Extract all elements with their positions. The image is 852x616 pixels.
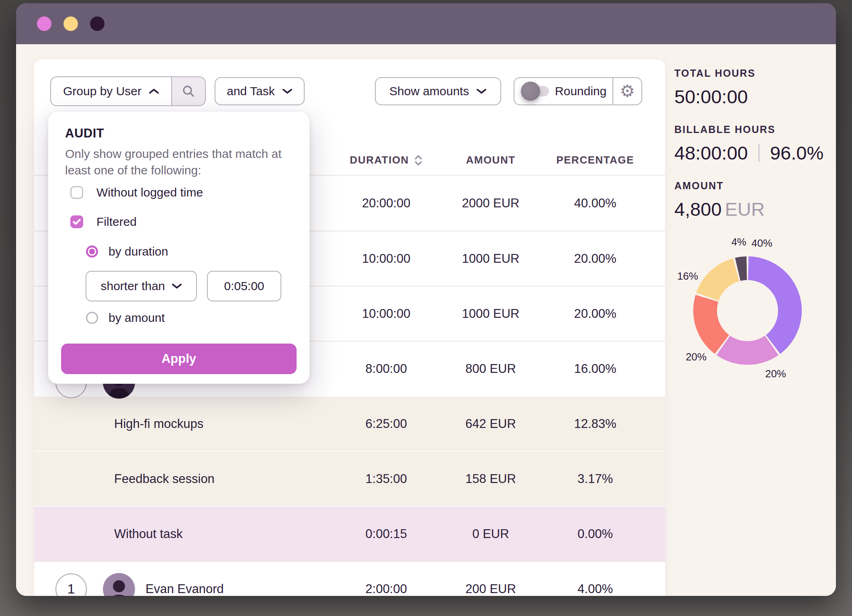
slice-16[interactable] [696,258,739,301]
row-name-cell: 1 Evan Evanord [34,562,334,596]
option-without-logged-time[interactable]: Without logged time [48,186,309,199]
chevron-down-icon [172,283,182,289]
cell-percentage: 0.00% [543,527,647,541]
row-name-cell: Feedback session [34,452,334,506]
slice-label: 4% [731,236,747,248]
cell-amount: 200 EUR [438,582,543,596]
amount-label: AMOUNT [674,180,823,192]
group-by-label: Group by User [63,84,141,98]
cell-percentage: 4.00% [543,582,647,596]
search-button[interactable] [171,77,205,105]
option-filtered[interactable]: Filtered [48,215,309,229]
cell-duration: 10:00:00 [334,307,438,321]
rounding-control: Rounding ⚙ [514,77,642,105]
traffic-light-pink[interactable] [37,16,51,31]
group-by-dropdown[interactable]: Group by User [51,77,171,105]
cell-amount: 1000 EUR [438,307,543,321]
cell-amount: 158 EUR [438,472,543,486]
group-by-control: Group by User [50,76,206,106]
rounding-toggle[interactable] [523,86,549,96]
checkbox-checked[interactable] [70,215,83,228]
table-row[interactable]: High-fi mockups 6:25:00 642 EUR 12.83% [34,396,665,451]
slice-40[interactable] [748,256,802,354]
cell-duration: 20:00:00 [334,196,438,211]
donut-chart: 40%20%20%16%4% [667,228,828,389]
chevron-down-icon [476,88,487,94]
billable-hours-block: BILLABLE HOURS 48:00:00 96.0% [674,124,823,164]
radio-selected[interactable] [86,246,98,258]
traffic-light-yellow[interactable] [63,16,78,31]
app-window: Group by User and Task Show amounts [16,3,836,596]
window-body: Group by User and Task Show amounts [16,44,836,596]
duration-threshold-input[interactable] [207,271,281,301]
avatar [103,573,135,596]
and-task-dropdown[interactable]: and Task [215,77,305,105]
row-name-cell: Without task [34,507,334,561]
column-header-percentage[interactable]: PERCENTAGE [543,154,647,166]
column-header-amount[interactable]: AMOUNT [438,154,543,166]
audit-popover: AUDIT Only show grouped entries that mat… [48,112,309,384]
cell-amount: 800 EUR [438,362,543,376]
billable-hours-label: BILLABLE HOURS [674,124,823,135]
table-row[interactable]: 1 Evan Evanord 2:00:00 200 EUR 4.00% [34,561,665,596]
cell-percentage: 40.00% [543,196,647,211]
billable-percent-value: 96.0% [770,142,823,164]
comparator-value: shorter than [100,279,165,293]
option-label: by amount [109,311,165,325]
option-label: Filtered [96,215,137,229]
comparator-select[interactable]: shorter than [86,271,197,301]
cell-amount: 0 EUR [438,527,543,541]
option-by-duration[interactable]: by duration [48,245,309,258]
total-hours-label: TOTAL HOURS [674,68,823,79]
cell-amount: 642 EUR [438,417,543,431]
cell-duration: 6:25:00 [334,417,438,431]
slice-label: 40% [752,237,772,249]
rounding-settings-button[interactable]: ⚙ [612,78,641,104]
row-name: Without task [114,527,183,541]
option-label: Without logged time [96,186,203,199]
window-titlebar [16,3,836,44]
audit-title: AUDIT [65,126,104,141]
table-row[interactable]: Feedback session 1:35:00 158 EUR 3.17% [34,451,665,506]
slice-label: 16% [677,270,698,282]
row-name: High-fi mockups [114,417,203,431]
rounding-label: Rounding [549,84,612,98]
cell-duration: 2:00:00 [334,582,438,596]
show-amounts-dropdown[interactable]: Show amounts [375,77,501,105]
cell-percentage: 20.00% [543,307,647,321]
row-name: Evan Evanord [145,582,224,596]
and-task-label: and Task [227,84,275,98]
total-hours-block: TOTAL HOURS 50:00:00 [674,68,823,108]
column-header-duration[interactable]: DURATION [334,154,438,166]
row-name: Feedback session [114,472,215,486]
radio-unselected[interactable] [86,312,98,324]
show-amounts-label: Show amounts [389,84,469,98]
cell-percentage: 3.17% [543,472,647,486]
cell-amount: 1000 EUR [438,252,543,266]
traffic-light-dark[interactable] [90,16,104,31]
cell-percentage: 20.00% [543,252,647,266]
apply-button[interactable]: Apply [61,344,297,374]
toggle-knob[interactable] [521,82,540,101]
audit-description: Only show grouped entries that match at … [65,145,290,178]
billable-hours-value: 48:00:00 [674,142,748,164]
search-icon [182,84,195,98]
amount-value: 4,800 [674,199,722,220]
row-number-badge: 1 [55,573,87,596]
summary-stats: TOTAL HOURS 50:00:00 BILLABLE HOURS 48:0… [674,68,823,236]
slice-label: 20% [765,368,786,380]
cell-duration: 0:00:15 [334,527,438,541]
cell-duration: 8:00:00 [334,362,438,376]
slice-20a[interactable] [717,336,778,365]
amount-currency: EUR [725,199,765,220]
chevron-up-icon [149,88,159,94]
checkbox-unchecked[interactable] [70,186,83,199]
check-icon [73,219,81,225]
cell-percentage: 12.83% [543,417,647,431]
sort-icon[interactable] [414,154,423,166]
slice-label: 20% [686,351,707,363]
table-row[interactable]: Without task 0:00:15 0 EUR 0.00% [34,506,665,561]
option-by-amount[interactable]: by amount [48,311,309,325]
gear-icon: ⚙ [620,83,635,100]
divider [758,144,760,162]
